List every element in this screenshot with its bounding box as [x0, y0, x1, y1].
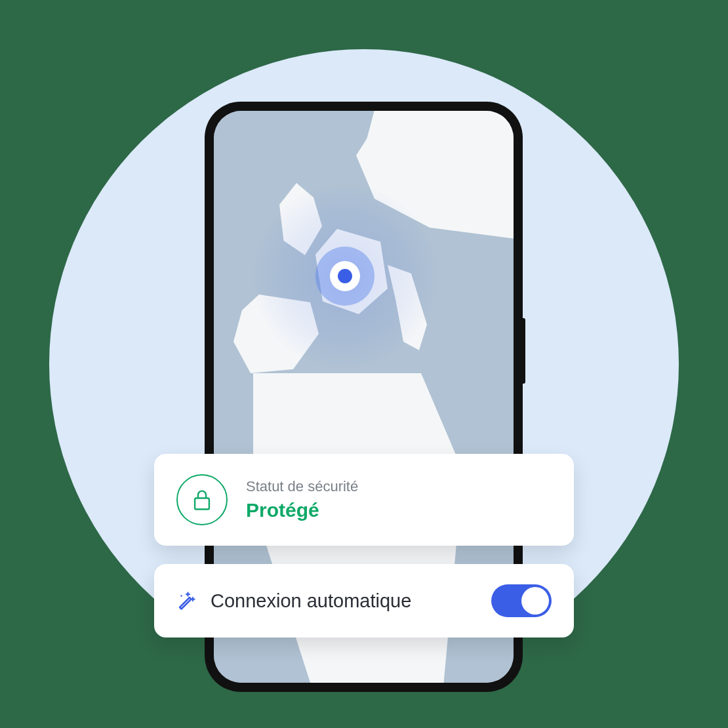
auto-connect-left: Connexion automatique [176, 590, 411, 612]
svg-rect-0 [195, 498, 209, 510]
auto-connect-toggle[interactable] [491, 584, 552, 617]
status-text-group: Statut de sécurité Protégé [246, 478, 358, 521]
toggle-knob [521, 587, 549, 615]
lock-icon [192, 489, 212, 511]
lock-icon-circle [176, 474, 228, 525]
status-value: Protégé [246, 499, 358, 521]
location-pulse-inner [330, 261, 360, 291]
status-label: Statut de sécurité [246, 478, 358, 495]
auto-connect-label: Connexion automatique [211, 590, 411, 612]
magic-wand-icon [176, 591, 196, 611]
phone-side-button [521, 318, 525, 384]
security-status-card: Statut de sécurité Protégé [154, 454, 574, 546]
location-dot [338, 269, 352, 283]
svg-point-1 [180, 595, 182, 597]
auto-connect-card: Connexion automatique [154, 564, 574, 637]
